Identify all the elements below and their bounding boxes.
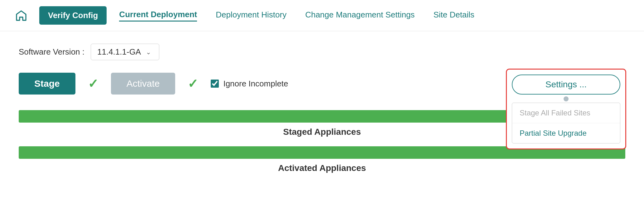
- activate-check-icon: ✓: [188, 76, 198, 91]
- main-content: Software Version : 11.4.1.1-GA ⌄ Stage ✓…: [0, 31, 644, 195]
- activated-appliances-label: Activated Appliances: [19, 163, 625, 173]
- dropdown-connector: [564, 96, 569, 101]
- stage-button[interactable]: Stage: [19, 73, 75, 95]
- software-version-select[interactable]: 11.4.1.1-GA ⌄: [91, 44, 159, 60]
- tab-change-management-settings[interactable]: Change Management Settings: [305, 10, 415, 21]
- header: Verify Config Current Deployment Deploym…: [0, 0, 644, 31]
- verify-config-button[interactable]: Verify Config: [39, 6, 107, 25]
- settings-container: Settings ... Stage All Failed Sites Part…: [507, 70, 625, 148]
- ignore-incomplete-checkbox[interactable]: [211, 80, 219, 88]
- settings-button-label: Settings ...: [545, 80, 587, 90]
- activate-button[interactable]: Activate: [111, 73, 175, 95]
- ignore-incomplete-group: Ignore Incomplete: [211, 79, 288, 89]
- dropdown-item-stage-all-failed[interactable]: Stage All Failed Sites: [512, 103, 620, 123]
- tab-current-deployment[interactable]: Current Deployment: [119, 10, 197, 22]
- settings-dropdown: Stage All Failed Sites Partial Site Upgr…: [512, 103, 620, 143]
- software-version-value: 11.4.1.1-GA: [97, 47, 141, 57]
- activated-appliances-section: Activated Appliances: [19, 146, 625, 173]
- action-row: Stage ✓ Activate ✓ Ignore Incomplete Set…: [19, 73, 625, 95]
- tab-deployment-history[interactable]: Deployment History: [216, 10, 286, 21]
- nav-tabs: Current Deployment Deployment History Ch…: [119, 10, 474, 22]
- stage-check-icon: ✓: [88, 76, 99, 91]
- home-svg: [15, 9, 27, 22]
- software-version-label: Software Version :: [19, 47, 84, 57]
- chevron-down-icon: ⌄: [146, 48, 151, 56]
- home-icon[interactable]: [12, 7, 30, 24]
- dropdown-item-partial-site-upgrade[interactable]: Partial Site Upgrade: [512, 123, 620, 143]
- ignore-incomplete-label: Ignore Incomplete: [223, 79, 288, 89]
- settings-button[interactable]: Settings ...: [512, 75, 620, 95]
- tab-site-details[interactable]: Site Details: [433, 10, 474, 21]
- software-version-row: Software Version : 11.4.1.1-GA ⌄: [19, 44, 625, 60]
